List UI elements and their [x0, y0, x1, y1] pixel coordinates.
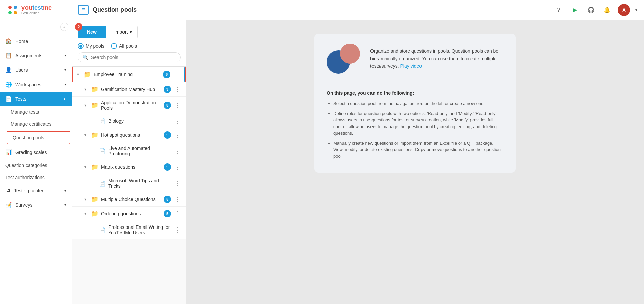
users-icon: 👤: [5, 67, 12, 73]
sidebar-label-surveys: Surveys: [15, 202, 61, 208]
avatar-chevron-icon[interactable]: ▾: [635, 8, 637, 12]
manage-tests-label: Manage tests: [11, 109, 39, 115]
radio-all-pools-circle: [111, 43, 117, 49]
sidebar-label-testing-center: Testing center: [14, 188, 61, 193]
badge-2: 2: [75, 23, 82, 31]
file-icon: 📄: [99, 118, 106, 124]
sidebar-label-workspaces: Workspaces: [15, 82, 61, 87]
pool-name: Multiple Choice Questions: [101, 197, 162, 202]
logo-icon: [7, 4, 19, 16]
more-options-button[interactable]: ⋮: [173, 132, 182, 138]
pool-name: Application Demonstration Pools: [101, 100, 162, 111]
workspaces-chevron-icon: ▾: [64, 82, 66, 87]
grading-icon: 📊: [5, 149, 12, 155]
search-input[interactable]: [91, 55, 176, 60]
pool-count: 5: [164, 131, 171, 139]
folder-icon: 📁: [84, 71, 91, 78]
more-options-button[interactable]: ⋮: [173, 164, 182, 170]
collapse-button[interactable]: «: [60, 23, 68, 31]
pool-item-gamification[interactable]: ▾ 📁 Gamification Mastery Hub 3 ⋮: [72, 82, 186, 97]
sidebar-item-surveys[interactable]: 📝 Surveys ▾: [0, 198, 72, 212]
more-options-button[interactable]: ⋮: [173, 180, 182, 186]
more-options-button[interactable]: ⋮: [173, 211, 182, 217]
sidebar-subitem-manage-tests[interactable]: Manage tests: [5, 106, 72, 118]
pool-item-professional-email[interactable]: ▾ 📄 Professional Email Writing for YouTe…: [72, 221, 186, 239]
sidebar-item-workspaces[interactable]: 🌐 Workspaces ▾: [0, 77, 72, 92]
pool-item-live-proctoring[interactable]: ▾ 📄 Live and Automated Proctoring ⋮: [72, 142, 186, 160]
svg-point-1: [14, 6, 17, 9]
folder-icon: 📁: [91, 86, 98, 93]
pool-item-employee-training[interactable]: ▾ 📁 Employee Training 6 ⋮: [72, 67, 186, 82]
pool-item-app-demo[interactable]: ▾ 📁 Application Demonstration Pools 8 ⋮: [72, 97, 186, 114]
action-buttons: 2 New Import ▾: [78, 26, 181, 38]
sidebar-subitem-manage-certificates[interactable]: Manage certificates: [5, 118, 72, 130]
more-options-button[interactable]: ⋮: [173, 196, 182, 202]
pool-name: Matrix questions: [101, 164, 162, 170]
file-icon: 📄: [99, 180, 106, 187]
feature-item-2: Define roles for question pools with two…: [333, 110, 504, 137]
pool-count: 5: [164, 163, 171, 171]
play-icon: ▶: [573, 7, 577, 13]
sidebar-item-home[interactable]: 🏠 Home: [0, 34, 72, 48]
notifications-button[interactable]: 🔔: [602, 5, 612, 15]
more-options-button[interactable]: ⋮: [172, 71, 181, 78]
more-options-button[interactable]: ⋮: [173, 118, 182, 124]
search-box: 🔍: [78, 52, 181, 62]
more-options-button[interactable]: ⋮: [173, 102, 182, 108]
pool-count: 5: [164, 210, 171, 217]
pool-item-matrix[interactable]: ▾ 📁 Matrix questions 5 ⋮: [72, 160, 186, 174]
play-button[interactable]: ▶: [569, 5, 580, 15]
more-options-button[interactable]: ⋮: [173, 86, 182, 92]
pool-item-multiple-choice[interactable]: ▾ 📁 Multiple Choice Questions 5 ⋮: [72, 192, 186, 207]
sidebar-label-users: Users: [15, 67, 61, 73]
top-header: youtestme GetCertified ☰ Question pools …: [0, 0, 644, 20]
expand-arrow-icon: ▾: [84, 133, 89, 137]
middle-panel: 2 New Import ▾ My pools All pools: [72, 20, 186, 304]
sidebar-item-testing-center[interactable]: 🖥 Testing center ▾: [0, 184, 72, 198]
surveys-icon: 📝: [5, 202, 12, 208]
pool-name: Employee Training: [94, 72, 161, 77]
radio-all-pools-label: All pools: [119, 43, 137, 49]
main-body: « 🏠 Home 📋 Assignments ▾ 👤 Users ▾ 🌐 Wor…: [0, 20, 644, 304]
file-icon: 📄: [99, 148, 106, 154]
pool-name: Live and Automated Proctoring: [108, 146, 171, 156]
sidebar-subitem-question-pools[interactable]: Question pools: [7, 131, 70, 144]
avatar-button[interactable]: A: [618, 4, 630, 16]
testing-center-icon: 🖥: [5, 188, 11, 194]
radio-all-pools[interactable]: All pools: [111, 43, 137, 49]
headset-icon: 🎧: [588, 7, 594, 13]
sidebar-subitem-test-authorizations[interactable]: Test authorizations: [0, 171, 72, 184]
folder-icon: 📁: [91, 210, 98, 217]
sidebar-label-grading-scales: Grading scales: [15, 150, 66, 155]
sidebar-subitem-question-categories[interactable]: Question categories: [0, 159, 72, 171]
sidebar-item-assignments[interactable]: 📋 Assignments ▾: [0, 48, 72, 63]
pool-count: 6: [163, 71, 170, 78]
headset-button[interactable]: 🎧: [586, 5, 596, 15]
pool-item-ordering[interactable]: ▾ 📁 Ordering questions 5 ⋮: [72, 207, 186, 221]
radio-group: My pools All pools: [78, 43, 181, 49]
main-content: Organize and store questions in pools. Q…: [186, 20, 644, 304]
more-options-button[interactable]: ⋮: [173, 148, 182, 154]
sidebar-item-users[interactable]: 👤 Users ▾: [0, 63, 72, 77]
tests-icon: 📄: [5, 96, 12, 102]
question-pools-label: Question pools: [13, 135, 44, 140]
hamburger-button[interactable]: ☰: [78, 5, 89, 15]
new-button-wrapper: 2 New: [78, 26, 106, 38]
help-button[interactable]: ?: [553, 5, 564, 15]
feature-list: Select a question pool from the navigati…: [327, 100, 504, 159]
play-video-link[interactable]: Play video: [400, 63, 422, 69]
radio-my-pools[interactable]: My pools: [78, 43, 104, 49]
sidebar-item-grading-scales[interactable]: 📊 Grading scales: [0, 145, 72, 159]
sidebar-item-tests[interactable]: 📄 Tests ▲: [0, 92, 72, 106]
expand-arrow-icon: ▾: [84, 87, 89, 92]
import-button[interactable]: Import ▾: [109, 26, 138, 38]
more-options-button[interactable]: ⋮: [173, 227, 182, 233]
pool-item-hotspot[interactable]: ▾ 📁 Hot spot questions 5 ⋮: [72, 128, 186, 142]
pool-item-ms-word[interactable]: ▾ 📄 Microsoft Word Tips and Tricks ⋮: [72, 174, 186, 192]
pool-item-biology[interactable]: ▾ 📄 Biology ⋮: [72, 114, 186, 128]
test-authorizations-label: Test authorizations: [5, 175, 45, 180]
home-icon: 🏠: [5, 38, 12, 44]
header-left: youtestme GetCertified ☰ Question pools: [7, 4, 137, 16]
info-description: Organize and store questions in pools. Q…: [370, 47, 504, 70]
pool-count: 3: [164, 86, 171, 93]
